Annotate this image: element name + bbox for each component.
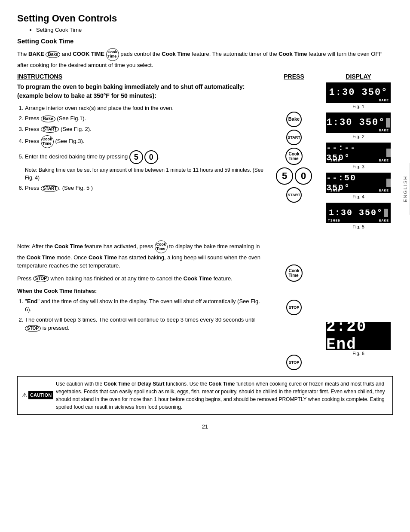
num-5-0-group: 5 0 <box>129 150 158 164</box>
caution-triangle-icon: ⚠ <box>22 391 28 400</box>
bake-label-fig1: BAKE <box>379 98 389 102</box>
press-cook-time-btn-1: CookTime <box>285 148 303 165</box>
display-fig6: 2:20 End <box>326 322 391 350</box>
bake-button-inline: Bake <box>46 51 60 58</box>
fig-3-label: Fig. 3 <box>352 164 364 169</box>
num-5-btn: 5 <box>129 150 143 164</box>
header-press: PRESS <box>268 73 320 80</box>
display-fig4: TIMED --:50 350° BAKE <box>326 173 391 193</box>
press-num-5: 5 <box>276 167 293 185</box>
caution-text: Use caution with the Cook Time or Delay … <box>56 380 388 411</box>
press-5-0-group: 5 0 <box>276 167 312 185</box>
display-fig5-text: 1:30 350° <box>329 208 383 218</box>
page-number: 21 <box>17 423 393 430</box>
display-col-para: 2:20 End Fig. 6 <box>324 236 393 370</box>
fig-6-label: Fig. 6 <box>352 351 364 356</box>
press-column: Bake START CookTime 5 0 START <box>268 82 320 233</box>
fig-2-label: Fig. 2 <box>352 134 364 139</box>
timed-label-fig3: TIMED <box>328 158 340 162</box>
instructions-column: To program the oven to begin baking imme… <box>17 82 264 233</box>
caution-icon-wrap: ⚠ CAUTION <box>22 380 53 411</box>
press-stop-btn-2: STOP <box>286 355 302 370</box>
display-fig6-text: 2:20 End <box>326 318 391 353</box>
cook-time-button-inline: CookTime <box>106 48 119 61</box>
when-item-1: "End" and the time of day will show in t… <box>25 297 264 314</box>
step-5: Enter the desired baking time by pressin… <box>25 150 264 164</box>
step-1: Arrange interior oven rack(s) and place … <box>25 104 264 112</box>
steps-list-cont: Press START. (See Fig. 5 ) <box>25 184 264 192</box>
start-btn-step6: START <box>41 185 59 192</box>
press-start-btn-1: START <box>286 130 302 145</box>
header-display: DISPLAY <box>324 73 393 80</box>
para-stop: Press STOP when baking has finished or a… <box>17 274 264 283</box>
timed-label-fig5: TIMED <box>328 219 340 222</box>
fig-5-label: Fig. 5 <box>352 224 364 229</box>
bake-label-fig4: BAKE <box>379 188 389 192</box>
step-4: Press CookTime (See Fig.3). <box>25 135 264 148</box>
cook-btn-step4: CookTime <box>41 135 54 148</box>
bake-label-fig3: BAKE <box>379 158 389 162</box>
press-cook-time-btn-2: CookTime <box>285 264 303 282</box>
when-heading: When the Cook Time finishes: <box>17 287 264 295</box>
start-btn-step3: START <box>41 126 59 133</box>
page-title: Setting Oven Controls <box>17 13 393 24</box>
display-fig3: TIMED --:-- 350° BAKE <box>326 143 391 163</box>
display-fig1-text: 1:30 350° <box>329 87 388 98</box>
bold-heading: To program the oven to begin baking imme… <box>17 82 264 100</box>
side-tab: ENGLISH <box>401 163 410 215</box>
para-instructions: Note: After the Cook Time feature has ac… <box>17 236 264 370</box>
bake-btn-step2: Bake <box>41 116 55 122</box>
when-list: "End" and the time of day will show in t… <box>25 297 264 332</box>
stop-btn-when: STOP <box>25 325 41 332</box>
caution-box: ⚠ CAUTION Use caution with the Cook Time… <box>17 376 393 415</box>
press-bake-btn: Bake <box>286 112 302 127</box>
para-cook-time-note: Note: After the Cook Time feature has ac… <box>17 240 264 270</box>
steps-list: Arrange interior oven rack(s) and place … <box>25 104 264 164</box>
timed-label-fig4: TIMED <box>328 188 340 192</box>
para-grid: Note: After the Cook Time feature has ac… <box>17 236 393 370</box>
when-item-2: The control will beep 3 times. The contr… <box>25 316 264 332</box>
bake-label-fig2: BAKE <box>379 128 389 132</box>
num-0-btn: 0 <box>144 150 158 164</box>
step-2: Press Bake (See Fig.1). <box>25 114 264 123</box>
press-col-para: CookTime STOP STOP <box>268 236 320 370</box>
fig-4-label: Fig. 4 <box>352 194 364 199</box>
display-fig2-text: 1:30 350° <box>327 117 386 128</box>
display-fig5: TIMED 1:30 350° BAKE <box>326 203 391 223</box>
cook-btn-para: CookTime <box>155 240 168 253</box>
display-column: 1:30 350° BAKE Fig. 1 1:30 350° BAKE Fig… <box>324 82 393 233</box>
instruction-grid: INSTRUCTIONS PRESS DISPLAY To program th… <box>17 73 393 233</box>
bullet-setting-cook-time: Setting Cook Time <box>36 27 393 33</box>
intro-paragraph: The BAKE Bake and COOK TIME CookTime pad… <box>17 48 393 70</box>
section-title: Setting Cook Time <box>17 37 393 45</box>
display-fig2: 1:30 350° BAKE <box>326 112 391 133</box>
note-1: Note: Baking time can be set for any amo… <box>25 166 264 182</box>
fig-1-label: Fig. 1 <box>352 104 364 109</box>
press-start-btn-2: START <box>286 187 302 203</box>
bake-label-fig5: BAKE <box>379 219 389 222</box>
header-instructions: INSTRUCTIONS <box>17 73 264 80</box>
caution-label: CAUTION <box>28 391 53 399</box>
stop-btn-para: STOP <box>33 275 49 282</box>
display-fig1: 1:30 350° BAKE <box>326 82 391 103</box>
press-num-0: 0 <box>295 167 312 185</box>
step-6: Press START. (See Fig. 5 ) <box>25 184 264 192</box>
press-stop-btn: STOP <box>286 300 302 315</box>
step-3: Press START (See Fig. 2). <box>25 125 264 134</box>
